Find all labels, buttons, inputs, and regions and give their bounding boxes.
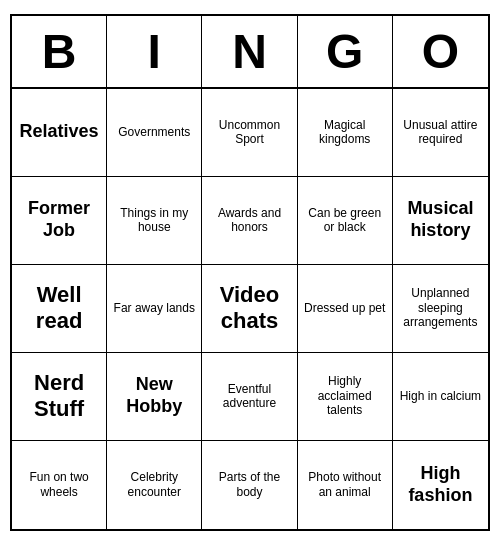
bingo-cell-22: Parts of the body [202, 441, 297, 529]
bingo-cell-13: Dressed up pet [298, 265, 393, 353]
bingo-cell-18: Highly acclaimed talents [298, 353, 393, 441]
bingo-cell-11: Far away lands [107, 265, 202, 353]
cell-text-18: Highly acclaimed talents [304, 374, 386, 417]
cell-text-12: Video chats [208, 282, 290, 335]
cell-text-6: Things in my house [113, 206, 195, 235]
bingo-cell-3: Magical kingdoms [298, 89, 393, 177]
bingo-cell-5: Former Job [12, 177, 107, 265]
bingo-cell-20: Fun on two wheels [12, 441, 107, 529]
bingo-cell-15: Nerd Stuff [12, 353, 107, 441]
cell-text-22: Parts of the body [208, 470, 290, 499]
cell-text-16: New Hobby [113, 374, 195, 417]
bingo-cell-4: Unusual attire required [393, 89, 488, 177]
bingo-cell-1: Governments [107, 89, 202, 177]
bingo-cell-24: High fashion [393, 441, 488, 529]
cell-text-15: Nerd Stuff [18, 370, 100, 423]
bingo-letter-b: B [12, 16, 107, 87]
cell-text-11: Far away lands [114, 301, 195, 315]
cell-text-8: Can be green or black [304, 206, 386, 235]
cell-text-9: Musical history [399, 198, 482, 241]
bingo-cell-6: Things in my house [107, 177, 202, 265]
cell-text-5: Former Job [18, 198, 100, 241]
cell-text-2: Uncommon Sport [208, 118, 290, 147]
cell-text-23: Photo without an animal [304, 470, 386, 499]
bingo-cell-7: Awards and honors [202, 177, 297, 265]
bingo-cell-17: Eventful adventure [202, 353, 297, 441]
bingo-cell-8: Can be green or black [298, 177, 393, 265]
cell-text-1: Governments [118, 125, 190, 139]
bingo-letter-g: G [298, 16, 393, 87]
bingo-cell-23: Photo without an animal [298, 441, 393, 529]
bingo-cell-14: Unplanned sleeping arrangements [393, 265, 488, 353]
cell-text-21: Celebrity encounter [113, 470, 195, 499]
bingo-cell-9: Musical history [393, 177, 488, 265]
bingo-letter-o: O [393, 16, 488, 87]
bingo-letter-n: N [202, 16, 297, 87]
bingo-cell-12: Video chats [202, 265, 297, 353]
cell-text-24: High fashion [399, 463, 482, 506]
bingo-cell-0: Relatives [12, 89, 107, 177]
bingo-letter-i: I [107, 16, 202, 87]
cell-text-7: Awards and honors [208, 206, 290, 235]
bingo-header: BINGO [12, 16, 488, 89]
cell-text-17: Eventful adventure [208, 382, 290, 411]
bingo-cell-19: High in calcium [393, 353, 488, 441]
bingo-cell-16: New Hobby [107, 353, 202, 441]
bingo-cell-10: Well read [12, 265, 107, 353]
bingo-card: BINGO RelativesGovernmentsUncommon Sport… [10, 14, 490, 531]
cell-text-0: Relatives [20, 121, 99, 143]
cell-text-19: High in calcium [400, 389, 481, 403]
bingo-cell-21: Celebrity encounter [107, 441, 202, 529]
cell-text-4: Unusual attire required [399, 118, 482, 147]
cell-text-3: Magical kingdoms [304, 118, 386, 147]
cell-text-13: Dressed up pet [304, 301, 385, 315]
bingo-cell-2: Uncommon Sport [202, 89, 297, 177]
bingo-grid: RelativesGovernmentsUncommon SportMagica… [12, 89, 488, 529]
cell-text-20: Fun on two wheels [18, 470, 100, 499]
cell-text-14: Unplanned sleeping arrangements [399, 286, 482, 329]
cell-text-10: Well read [18, 282, 100, 335]
